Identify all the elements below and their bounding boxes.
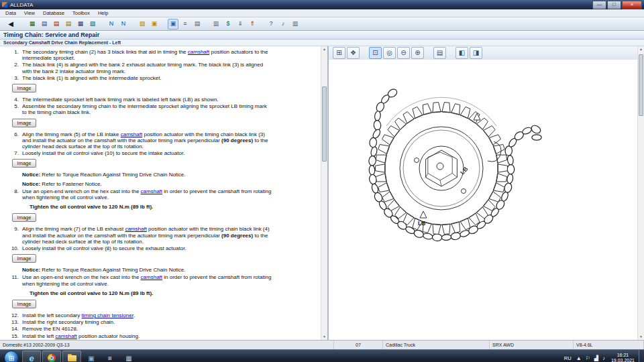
chain-link [506, 174, 513, 184]
text-run: Remove the EN 46128. [22, 326, 78, 332]
previous-image-icon[interactable]: ◧ [455, 47, 468, 59]
ie-letter: e [29, 353, 34, 362]
car-data-icon[interactable]: ▣ [149, 19, 160, 29]
next-image-icon[interactable]: ◨ [470, 47, 482, 59]
menu-view[interactable]: View [20, 9, 39, 17]
window-title: ALLDATA [10, 2, 33, 8]
help-icon[interactable]: ? [266, 19, 276, 29]
volume-icon[interactable]: ♪ [602, 355, 605, 361]
tools-icon[interactable]: ▧ [87, 19, 98, 29]
close-button[interactable]: × [622, 1, 642, 9]
diagram-image[interactable]: LB LB [329, 60, 637, 340]
lb-mark-label: LB [418, 220, 425, 227]
printer-icon[interactable]: ▥ [290, 19, 301, 29]
minimize-button[interactable]: — [592, 1, 606, 9]
image-button[interactable]: Image [12, 300, 36, 308]
upload-icon[interactable]: ⇑ [247, 19, 258, 29]
repair-book-icon[interactable]: ▤ [51, 19, 62, 29]
clock-time: 16:21 [617, 353, 629, 357]
step-item: 10.Loosely install the oil control valve… [1, 245, 320, 251]
chain-link [374, 120, 382, 130]
photo-viewer-icon[interactable]: ▣ [83, 351, 100, 362]
document-icon[interactable]: ▤ [63, 19, 74, 29]
maximize-button[interactable]: □ [607, 1, 621, 9]
image-button[interactable]: Image [12, 119, 36, 127]
status-database: Domestic #13 2002-2009 Q3-13 [0, 341, 334, 349]
new-order-icon[interactable]: N [118, 19, 129, 29]
zoom-window-icon[interactable]: ⊞ [333, 47, 345, 59]
scroll-up-arrow[interactable]: ▲ [638, 46, 644, 52]
diagram-area[interactable]: LB LB [329, 60, 638, 340]
action-center-icon[interactable]: ⚐ [586, 355, 590, 361]
doc-link[interactable]: camshaft [141, 188, 162, 194]
image-button[interactable]: Image [12, 254, 36, 263]
notepad-icon[interactable]: ≡ [101, 351, 119, 362]
image-button[interactable]: Image [12, 84, 36, 93]
internet-explorer-icon[interactable]: e [22, 351, 41, 362]
zoom-dynamic-icon[interactable]: ◎ [383, 47, 396, 59]
step-item: 7.Loosely install the oil control valve … [1, 150, 320, 156]
show-desktop-button[interactable] [639, 350, 644, 362]
scroll-up-arrow[interactable]: ▲ [321, 46, 327, 52]
doc-content[interactable]: 1.The secondary timing chain (2) has 3 b… [0, 46, 321, 340]
download-icon[interactable]: ⇓ [235, 19, 246, 29]
start-button[interactable]: ⊞ [4, 351, 19, 362]
menu-database[interactable]: Database [39, 9, 68, 17]
taskbar-clock[interactable]: 16:21 19.03.2021 [611, 353, 635, 362]
explorer-icon[interactable] [62, 351, 81, 362]
print-icon[interactable]: ▤ [433, 47, 446, 59]
doc-link[interactable]: camshaft [188, 49, 209, 55]
notice-text: Notice: Refer to Torque Reaction Against… [22, 172, 272, 178]
print-preview-icon[interactable]: ▥ [211, 19, 221, 29]
article-scrollbar[interactable]: ▲ ▼ [321, 46, 327, 340]
scroll-down-arrow[interactable]: ▼ [638, 334, 644, 340]
list-view-icon[interactable]: ▤ [192, 19, 203, 29]
shop-icon[interactable]: ▦ [27, 19, 38, 29]
breadcrumb: Secondary Camshaft Drive Chain Replaceme… [0, 40, 644, 46]
diagram-scrollbar[interactable]: ▲ ▼ [637, 46, 644, 340]
step-number: 12. [1, 312, 22, 318]
system-tray: RU ▲⚐▟♪ 16:21 19.03.2021 [561, 350, 644, 362]
text-run: The black link (1) is aligned with the i… [22, 75, 162, 81]
scroll-down-arrow[interactable]: ▼ [321, 334, 327, 340]
new-vehicle-icon[interactable]: N [106, 19, 117, 29]
calculator-icon[interactable]: ▦ [120, 351, 138, 362]
doc-link[interactable]: timing chain tensioner [82, 312, 133, 318]
step-text: Use an open-end wrench on the hex cast i… [22, 274, 272, 286]
language-indicator[interactable]: RU [564, 355, 572, 361]
quote-icon[interactable]: $ [223, 19, 233, 29]
chrome-icon[interactable] [42, 351, 61, 362]
article-view-icon[interactable]: ▣ [168, 19, 178, 29]
library-icon[interactable]: ▦ [75, 19, 86, 29]
scrollbar-thumb[interactable] [639, 54, 643, 116]
network-icon[interactable]: ▟ [594, 355, 598, 361]
step-number: 7. [1, 150, 22, 156]
pan-icon[interactable]: ❖ [347, 47, 360, 59]
scrollbar-thumb[interactable] [322, 86, 327, 162]
highlight-icon[interactable]: ▨ [137, 19, 148, 29]
hidden-icons-icon[interactable]: ▲ [576, 355, 582, 361]
text-view-icon[interactable]: ≡ [180, 19, 191, 29]
audio-icon[interactable]: ♪ [278, 19, 288, 29]
doc-link[interactable]: camshaft [141, 274, 162, 280]
back-icon[interactable]: ◀ [3, 19, 19, 29]
chain-link [369, 165, 375, 175]
step-item: 5.Assemble the secondary timing chain to… [1, 103, 320, 115]
image-button[interactable]: Image [12, 159, 36, 168]
status-bar: Domestic #13 2002-2009 Q3-13 07 Cadillac… [0, 340, 644, 349]
marquee-zoom-icon[interactable]: ⊡ [369, 47, 382, 59]
status-make: Cadillac Truck [383, 341, 490, 349]
text-run: Use an open-end wrench on the hex cast i… [22, 188, 141, 194]
menu-toolbox[interactable]: Toolbox [68, 9, 94, 17]
zoom-in-icon[interactable]: ⊕ [411, 47, 424, 59]
menu-bar: Data View Database Toolbox Help [0, 9, 644, 17]
doc-link[interactable]: camshaft [55, 333, 76, 339]
menu-data[interactable]: Data [1, 9, 20, 17]
vehicle-book-icon[interactable]: ▤ [39, 19, 50, 29]
doc-link[interactable]: camshaft [121, 131, 142, 137]
doc-link[interactable]: camshaft [125, 226, 146, 232]
text-run: Use an open-end wrench on the hex cast i… [22, 274, 141, 280]
image-button[interactable]: Image [12, 213, 36, 222]
menu-help[interactable]: Help [94, 9, 112, 17]
zoom-out-icon[interactable]: ⊖ [397, 47, 410, 59]
